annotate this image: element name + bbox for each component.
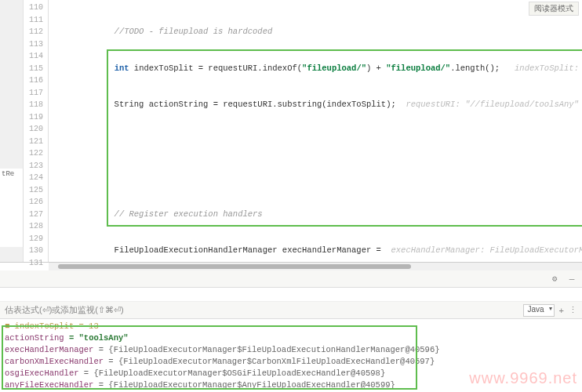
code-line <box>55 136 582 148</box>
var-line[interactable]: carbonXmlExecHandler = {FileUploadExecut… <box>5 356 577 368</box>
var-line[interactable]: execHandlerManager = {FileUploadExecutor… <box>5 344 577 356</box>
code-line <box>55 172 582 184</box>
var-line[interactable]: ■ indexToSplit = 13 <box>5 321 577 332</box>
variables-panel[interactable]: ■ indexToSplit = 13 actionString = "tool… <box>0 319 582 392</box>
code-line: String actionString = requestURI.substri… <box>55 99 582 111</box>
code-line: int indexToSplit = requestURI.indexOf("f… <box>55 63 582 75</box>
code-line: FileUploadExecutionHandlerManager execHa… <box>55 245 582 257</box>
left-fragment: tRe <box>0 169 24 247</box>
line-number-gutter: 1101111121131141151161171181191201211221… <box>24 0 49 262</box>
gear-icon[interactable]: ⚙ <box>549 274 560 285</box>
more-icon[interactable]: ⋮ <box>569 305 577 315</box>
panel-toolbar: ⚙ — <box>0 270 582 288</box>
debug-watch-header: 估表达式(⏎)或添加监视(⇧⌘⏎) Java + ⋮ <box>0 302 582 319</box>
watch-hint: 估表达式(⏎)或添加监视(⇧⌘⏎) <box>5 304 124 316</box>
reader-mode-button[interactable]: 阅读器模式 <box>529 2 579 16</box>
code-editor[interactable]: 1101111121131141151161171181191201211221… <box>0 0 582 263</box>
scrollbar-thumb[interactable] <box>58 264 411 269</box>
code-line: // Register execution handlers <box>55 209 263 219</box>
language-combo[interactable]: Java <box>523 304 554 317</box>
code-area[interactable]: 阅读器模式 //TODO - fileupload is hardcoded i… <box>49 0 582 262</box>
minimize-icon[interactable]: — <box>566 274 577 285</box>
breadcrumb-bar <box>0 288 582 302</box>
code-line: //TODO - fileupload is hardcoded <box>55 27 272 36</box>
var-line[interactable]: osgiExecHandler = {FileUploadExecutorMan… <box>5 368 577 379</box>
var-line[interactable]: actionString = "toolsAny" <box>5 332 577 344</box>
horizontal-scrollbar[interactable] <box>49 263 582 270</box>
plus-icon[interactable]: + <box>559 306 564 315</box>
var-line[interactable]: anyFileExecHandler = {FileUploadExecutor… <box>5 379 577 391</box>
